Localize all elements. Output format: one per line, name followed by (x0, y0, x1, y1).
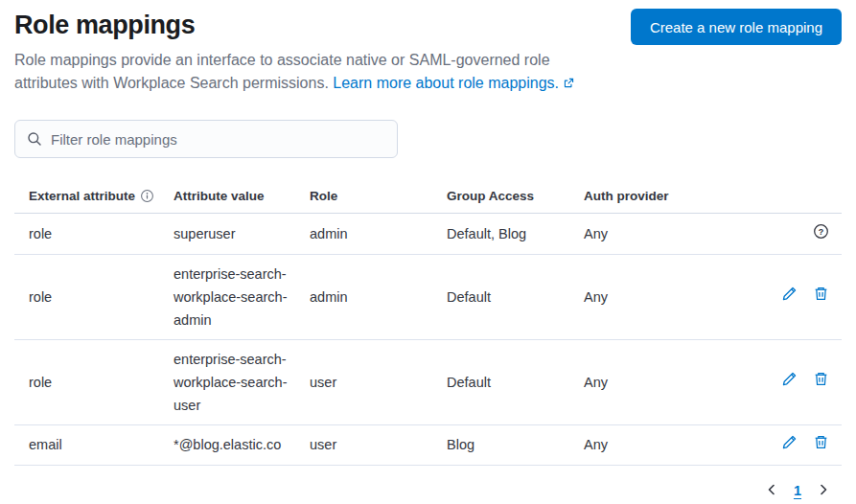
edit-icon[interactable] (780, 433, 799, 452)
cell-actions (754, 254, 842, 339)
column-header-role: Role (310, 181, 447, 214)
delete-icon[interactable] (811, 285, 830, 304)
chevron-right-icon (816, 482, 831, 500)
cell-auth-provider: Any (584, 424, 754, 466)
table-row: role enterprise-search-workplace-search-… (14, 339, 842, 424)
cell-actions (754, 339, 842, 424)
table-header-row: External attribute Attribute value Role … (14, 181, 842, 214)
page-title: Role mappings (14, 8, 613, 42)
cell-external-attribute: role (14, 339, 174, 424)
cell-auth-provider: Any (584, 214, 754, 255)
cell-actions (754, 424, 842, 466)
cell-external-attribute: role (14, 254, 174, 339)
page-description: Role mappings provide an interface to as… (14, 49, 613, 96)
table-row: role enterprise-search-workplace-search-… (14, 254, 842, 339)
cell-group-access: Default (447, 339, 584, 424)
delete-icon[interactable] (811, 433, 830, 452)
cell-group-access: Default (447, 254, 584, 339)
column-header-label: External attribute (29, 189, 135, 203)
cell-role: admin (310, 254, 447, 339)
column-header-group-access: Group Access (447, 181, 584, 214)
filter-search-box[interactable] (14, 120, 398, 158)
column-header-actions (754, 181, 842, 214)
svg-text:?: ? (818, 226, 823, 236)
help-icon[interactable]: ? (811, 221, 830, 241)
cell-attribute-value: superuser (174, 214, 310, 255)
table-row: email *@blog.elastic.co user Blog Any (14, 424, 842, 466)
page-header: Role mappings Role mappings provide an i… (14, 8, 842, 96)
page-number-current[interactable]: 1 (786, 478, 809, 503)
learn-more-link[interactable]: Learn more about role mappings. (333, 75, 575, 91)
info-icon[interactable] (140, 189, 154, 203)
cell-group-access: Blog (447, 424, 584, 466)
chevron-left-icon (764, 482, 779, 500)
edit-icon[interactable] (780, 285, 799, 304)
cell-auth-provider: Any (584, 254, 754, 339)
external-link-icon (563, 73, 575, 96)
create-role-mapping-button[interactable]: Create a new role mapping (631, 9, 842, 45)
role-mappings-table: External attribute Attribute value Role … (14, 181, 842, 466)
role-mappings-page: Role mappings Role mappings provide an i… (0, 0, 856, 504)
search-icon (27, 131, 42, 147)
cell-actions: ? (754, 214, 842, 255)
column-header-external-attribute: External attribute (14, 181, 174, 214)
previous-page-button[interactable] (759, 478, 784, 503)
cell-role: user (310, 424, 447, 466)
edit-icon[interactable] (780, 370, 799, 389)
cell-role: admin (310, 214, 447, 255)
delete-icon[interactable] (811, 370, 830, 389)
page-header-text: Role mappings Role mappings provide an i… (14, 8, 613, 96)
cell-external-attribute: email (14, 424, 174, 466)
column-header-auth-provider: Auth provider (584, 181, 754, 214)
next-page-button[interactable] (811, 478, 836, 503)
pagination: 1 (14, 478, 842, 503)
cell-auth-provider: Any (584, 339, 754, 424)
cell-external-attribute: role (14, 214, 174, 255)
filter-role-mappings-input[interactable] (51, 131, 385, 148)
learn-more-link-label: Learn more about role mappings. (333, 75, 559, 91)
cell-attribute-value: enterprise-search-workplace-search-user (174, 339, 310, 424)
cell-attribute-value: *@blog.elastic.co (174, 424, 310, 466)
cell-attribute-value: enterprise-search-workplace-search-admin (174, 254, 310, 339)
cell-group-access: Default, Blog (447, 214, 584, 255)
table-row: role superuser admin Default, Blog Any ? (14, 214, 842, 255)
cell-role: user (310, 339, 447, 424)
column-header-attribute-value: Attribute value (174, 181, 310, 214)
